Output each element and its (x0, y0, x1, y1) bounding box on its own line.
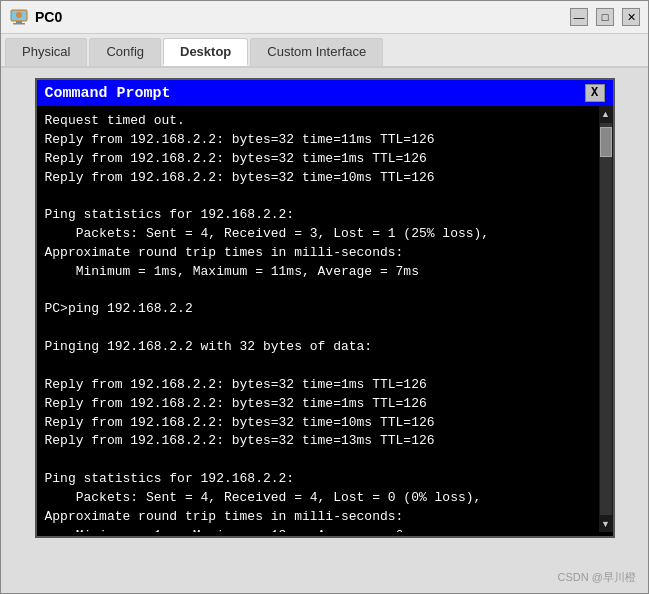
svg-rect-2 (13, 23, 25, 25)
command-prompt-window: Command Prompt X Request timed out. Repl… (35, 78, 615, 538)
tab-physical[interactable]: Physical (5, 38, 87, 66)
maximize-button[interactable]: □ (596, 8, 614, 26)
cmd-output[interactable]: Request timed out. Reply from 192.168.2.… (37, 106, 599, 532)
scroll-thumb[interactable] (600, 127, 612, 157)
cmd-content-area: Request timed out. Reply from 192.168.2.… (37, 106, 613, 532)
cmd-title-bar: Command Prompt X (37, 80, 613, 106)
tab-config[interactable]: Config (89, 38, 161, 66)
scroll-track[interactable] (600, 123, 612, 515)
cmd-close-button[interactable]: X (585, 84, 605, 102)
tab-bar: Physical Config Desktop Custom Interface (1, 34, 648, 68)
window-title: PC0 (35, 9, 62, 25)
title-controls: — □ ✕ (570, 8, 640, 26)
tab-desktop[interactable]: Desktop (163, 38, 248, 66)
main-window: PC0 — □ ✕ Physical Config Desktop Custom… (0, 0, 649, 594)
minimize-button[interactable]: — (570, 8, 588, 26)
scroll-up-arrow[interactable]: ▲ (601, 107, 610, 121)
computer-icon (9, 7, 29, 27)
tab-custom-interface[interactable]: Custom Interface (250, 38, 383, 66)
close-button[interactable]: ✕ (622, 8, 640, 26)
scroll-down-arrow[interactable]: ▼ (601, 517, 610, 531)
cmd-scrollbar[interactable]: ▲ ▼ (599, 106, 613, 532)
svg-rect-1 (16, 21, 22, 23)
cmd-title-text: Command Prompt (45, 85, 171, 102)
svg-point-4 (16, 12, 22, 18)
title-bar: PC0 — □ ✕ (1, 1, 648, 34)
content-area: Command Prompt X Request timed out. Repl… (1, 68, 648, 593)
watermark: CSDN @早川橙 (558, 570, 636, 585)
title-left: PC0 (9, 7, 62, 27)
